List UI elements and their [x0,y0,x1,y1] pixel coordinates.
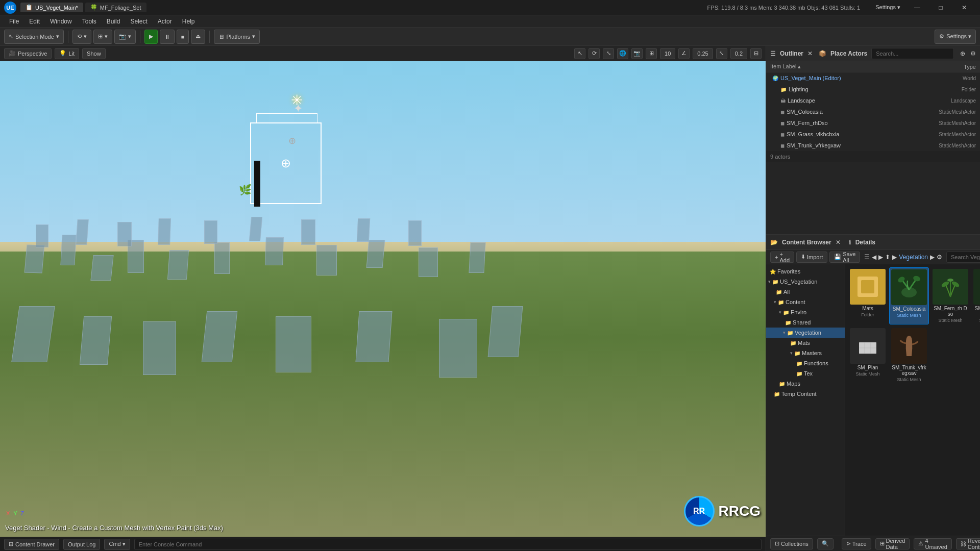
asset-fern[interactable]: SM_Fern_rh Dso Static Mesh [931,267,970,324]
cb-search-input[interactable] [946,252,980,263]
minimize-button[interactable]: — [905,0,929,15]
camera-speed-btn[interactable]: 📷 [631,48,643,59]
path-settings-btn[interactable]: ⚙ [937,254,942,261]
favorites-label: Favorites [777,268,800,274]
stop-button[interactable]: ■ [177,30,189,44]
editor-settings-btn[interactable]: Settings ▾ [870,4,905,11]
play-button[interactable]: ▶ [144,30,158,44]
tree-masters[interactable]: ▾ 📁 Masters [766,348,845,358]
add-btn[interactable]: + + Add [770,252,794,263]
outliner-settings-btn[interactable]: ⚙ [970,50,976,57]
outliner-fern-item[interactable]: ◼ SM_Fern_rhDso StaticMeshActor [766,117,980,129]
camera-btn[interactable]: 📷 ▾ [114,30,136,44]
outliner-landscape-item[interactable]: 🏔 Landscape Landscape [766,95,980,106]
import-btn[interactable]: ⬇ Import [796,252,827,263]
lit-btn[interactable]: 💡 Lit [55,48,79,59]
collections-search-btn[interactable]: 🔍 [817,538,834,549]
tree-temp-content[interactable]: 📁 Temp Content [766,389,845,399]
asset-colocasia[interactable]: SM_Colocasia Static Mesh [889,267,929,324]
outliner-trunk-item[interactable]: ◼ SM_Trunk_vfrkegxaw StaticMeshActor [766,140,980,151]
collections-btn[interactable]: ⊡ Collections [770,538,813,549]
revision-control-btn[interactable]: ⛓ Revision Control [956,538,980,549]
menu-build[interactable]: Build [102,17,126,26]
viewport-options-btn[interactable]: ⊟ [750,48,762,59]
grid-btn[interactable]: ⊞ [646,48,657,59]
tree-all[interactable]: 📁 All [766,287,845,297]
mode-selector-btn[interactable]: ↖ Selection Mode ▾ [4,30,64,44]
output-log-btn[interactable]: Output Log [63,539,100,550]
save-all-btn[interactable]: 💾 Save All [829,252,860,263]
menu-tools[interactable]: Tools [77,17,102,26]
outliner-colocasia-item[interactable]: ◼ SM_Colocasia StaticMeshActor [766,106,980,117]
place-actors-icon: 📦 [819,50,826,57]
mesh-obj-23 [143,321,176,375]
tree-functions[interactable]: 📁 Functions [766,358,845,368]
show-btn[interactable]: Show [82,48,106,59]
cb-close-btn[interactable]: ✕ [836,239,841,246]
tree-us-vegetation[interactable]: ▾ 📁 US_Vegetation [766,277,845,287]
asset-grass[interactable]: SM_Grass_vlkhcbxia Static Mesh [972,267,980,324]
cb-path-container: ☰ ◀ ▶ ⬆ ▶ Vegetation ▶ ⚙ [862,254,944,261]
menu-window[interactable]: Window [45,17,77,26]
angle-snap-btn[interactable]: ∠ [678,48,690,59]
nav-back-btn[interactable]: ◀ [872,254,876,261]
outliner-world-item[interactable]: 🌍 US_Veget_Main (Editor) World [766,72,980,84]
outliner-lighting-item[interactable]: 📁 Lighting Folder [766,84,980,95]
trunk-label: SM_Trunk_vfrkegxaw [787,142,841,148]
perspective-btn[interactable]: 🎥 Perspective [4,48,52,59]
local-space-btn[interactable]: 🌐 [617,48,628,59]
asset-trunk[interactable]: SM_Trunk_vfrkegxaw Static Mesh [889,327,929,384]
path-vegetation[interactable]: Vegetation [899,254,928,261]
tree-tex[interactable]: 📁 Tex [766,368,845,379]
maximize-button[interactable]: □ [929,0,952,15]
toolbar-settings-btn[interactable]: ⚙ Settings ▾ [935,30,976,44]
main-tab[interactable]: 📋 US_Veget_Main* [20,3,83,12]
menu-actor[interactable]: Actor [153,17,177,26]
menu-help[interactable]: Help [177,17,200,26]
rotate-tool-btn[interactable]: ⟳ [589,48,600,59]
transform-btn[interactable]: ⟲ ▾ [72,30,91,44]
cb-options-btn[interactable]: ☰ [864,254,870,261]
import-label: Import [807,254,823,260]
tree-mats[interactable]: 📁 Mats [766,338,845,348]
angle-value-btn[interactable]: 0.25 [693,48,713,59]
foliage-tab-icon: 🍀 [90,4,97,11]
platforms-btn[interactable]: 🖥 Platforms ▾ [214,30,259,44]
asset-plan[interactable]: SM_Plan Static Mesh [848,327,887,384]
scale-tool-btn[interactable]: ⤡ [603,48,614,59]
tree-vegetation[interactable]: ▾ 📁 Vegetation [766,328,845,338]
scale-value-btn[interactable]: 0.2 [730,48,747,59]
close-button[interactable]: ✕ [952,0,976,15]
grid-value-btn[interactable]: 10 [660,48,675,59]
trace-btn[interactable]: ⊳ Trace [842,538,871,549]
scale-snap-btn[interactable]: ⤡ [716,48,727,59]
outliner-grass-item[interactable]: ◼ SM_Grass_vlkhcbxia StaticMeshActor [766,129,980,140]
tree-shared[interactable]: 📁 Shared [766,317,845,328]
outliner-close-btn[interactable]: ✕ [807,50,813,57]
menu-file[interactable]: File [4,17,24,26]
foliage-tab[interactable]: 🍀 MF_Foliage_Set [85,3,146,12]
menu-select[interactable]: Select [125,17,152,26]
viewport-canvas[interactable]: ✳ ⊕ ✦ ⊕ [0,61,766,537]
nav-up-btn[interactable]: ⬆ [885,254,890,261]
outliner-options-btn[interactable]: ⊕ [960,50,965,57]
outliner-search-input[interactable] [871,48,954,59]
asset-mats[interactable]: Mats Folder [848,267,887,324]
pause-button[interactable]: ⏸ [160,30,175,44]
tree-enviro[interactable]: ▾ 📁 Enviro [766,307,845,317]
derived-data-btn[interactable]: ⊞ Derived Data [875,538,910,549]
tree-favorites[interactable]: ⭐ Favorites [766,266,845,277]
snap-btn[interactable]: ⊞ ▾ [93,30,112,44]
content-drawer-btn[interactable]: ⊞ Content Drawer [4,539,59,550]
menu-edit[interactable]: Edit [24,17,45,26]
nav-forward-btn[interactable]: ▶ [878,254,883,261]
content-browser-panel: 📂 Content Browser ✕ ℹ Details + + Add ⬇ … [766,235,980,551]
revision-icon: ⛓ [961,541,966,547]
console-command-input[interactable] [134,539,762,550]
cmd-btn[interactable]: Cmd ▾ [104,539,130,550]
tree-content[interactable]: ▾ 📁 Content [766,297,845,307]
eject-button[interactable]: ⏏ [191,30,205,44]
tree-maps[interactable]: 📁 Maps [766,379,845,389]
translate-tool-btn[interactable]: ↖ [574,48,585,59]
unsaved-btn[interactable]: ⚠ 4 Unsaved [914,538,951,549]
